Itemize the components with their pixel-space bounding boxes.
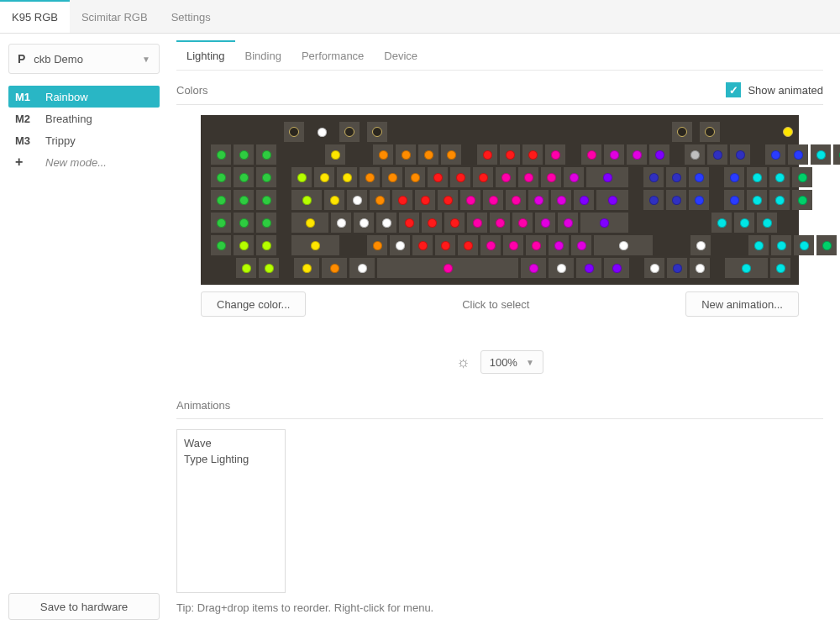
key-led[interactable]	[666, 167, 686, 187]
key-led[interactable]	[438, 190, 458, 210]
key-led[interactable]	[234, 213, 254, 233]
key-led[interactable]	[294, 258, 319, 278]
device-tab-settings[interactable]: Settings	[160, 0, 223, 33]
key-led[interactable]	[256, 235, 276, 255]
key-led[interactable]	[794, 235, 814, 255]
key-led[interactable]	[234, 190, 254, 210]
key-led[interactable]	[711, 213, 732, 233]
key-led[interactable]	[748, 235, 769, 255]
key-led[interactable]	[496, 167, 516, 187]
key-led[interactable]	[367, 122, 387, 142]
tab-binding[interactable]: Binding	[235, 40, 291, 70]
key-led[interactable]	[354, 213, 374, 233]
key-led[interactable]	[291, 167, 312, 187]
key-led[interactable]	[480, 235, 501, 255]
key-led[interactable]	[325, 144, 345, 165]
key-led[interactable]	[734, 213, 754, 233]
key-led[interactable]	[811, 144, 831, 165]
key-led[interactable]	[769, 190, 790, 210]
key-led[interactable]	[769, 167, 790, 187]
key-led[interactable]	[256, 190, 276, 210]
key-led[interactable]	[458, 235, 478, 255]
key-led[interactable]	[770, 258, 790, 278]
key-led[interactable]	[467, 213, 487, 233]
key-led[interactable]	[672, 122, 692, 142]
key-led[interactable]	[422, 213, 442, 233]
key-led[interactable]	[331, 213, 351, 233]
key-led[interactable]	[390, 235, 410, 255]
key-led[interactable]	[444, 213, 465, 233]
key-led[interactable]	[730, 144, 750, 165]
key-led[interactable]	[405, 167, 425, 187]
key-led[interactable]	[392, 190, 412, 210]
key-led[interactable]	[234, 144, 254, 165]
key-led[interactable]	[490, 213, 510, 233]
device-tab-k95[interactable]: K95 RGB	[0, 0, 70, 33]
key-led[interactable]	[259, 258, 279, 278]
key-led[interactable]	[535, 213, 555, 233]
key-led[interactable]	[412, 235, 433, 255]
key-led[interactable]	[604, 258, 629, 278]
key-led[interactable]	[503, 235, 523, 255]
key-led[interactable]	[373, 144, 393, 165]
key-led[interactable]	[594, 235, 653, 255]
key-led[interactable]	[757, 213, 777, 233]
key-led[interactable]	[690, 258, 710, 278]
key-led[interactable]	[528, 190, 549, 210]
key-led[interactable]	[522, 144, 543, 165]
key-led[interactable]	[541, 167, 561, 187]
new-mode-button[interactable]: + New mode...	[8, 151, 160, 173]
key-led[interactable]	[284, 122, 304, 142]
key-led[interactable]	[483, 190, 503, 210]
key-led[interactable]	[360, 167, 380, 187]
key-led[interactable]	[644, 258, 664, 278]
key-led[interactable]	[685, 144, 705, 165]
key-led[interactable]	[627, 144, 647, 165]
key-led[interactable]	[337, 167, 357, 187]
key-led[interactable]	[349, 258, 375, 278]
key-led[interactable]	[370, 190, 390, 210]
key-led[interactable]	[725, 258, 768, 278]
key-led[interactable]	[506, 190, 526, 210]
key-led[interactable]	[792, 167, 812, 187]
key-led[interactable]	[382, 167, 402, 187]
animation-item[interactable]: Type Lighting	[184, 451, 278, 467]
key-led[interactable]	[441, 144, 461, 165]
key-led[interactable]	[689, 167, 709, 187]
key-led[interactable]	[576, 258, 601, 278]
key-led[interactable]	[211, 144, 231, 165]
key-led[interactable]	[574, 190, 594, 210]
key-led[interactable]	[518, 167, 538, 187]
tab-performance[interactable]: Performance	[291, 40, 374, 70]
key-led[interactable]	[545, 144, 565, 165]
key-led[interactable]	[816, 235, 837, 255]
key-led[interactable]	[526, 235, 546, 255]
key-led[interactable]	[689, 190, 709, 210]
key-led[interactable]	[666, 190, 686, 210]
key-led[interactable]	[234, 167, 254, 187]
key-led[interactable]	[596, 190, 628, 210]
key-led[interactable]	[377, 258, 518, 278]
key-led[interactable]	[236, 258, 256, 278]
key-led[interactable]	[211, 190, 231, 210]
mode-row[interactable]: M2 Breathing	[8, 108, 160, 129]
change-color-button[interactable]: Change color...	[201, 291, 306, 317]
key-led[interactable]	[396, 144, 416, 165]
key-led[interactable]	[549, 258, 574, 278]
key-led[interactable]	[399, 213, 419, 233]
key-led[interactable]	[367, 235, 387, 255]
animations-list[interactable]: Wave Type Lighting	[176, 429, 286, 593]
key-led[interactable]	[604, 144, 624, 165]
key-led[interactable]	[564, 167, 584, 187]
key-led[interactable]	[314, 167, 334, 187]
key-led[interactable]	[649, 144, 669, 165]
profile-select[interactable]: P ckb Demo ▼	[8, 44, 160, 74]
key-led[interactable]	[291, 190, 322, 210]
key-led[interactable]	[765, 144, 785, 165]
key-led[interactable]	[581, 144, 601, 165]
key-led[interactable]	[477, 144, 497, 165]
key-led[interactable]	[418, 144, 438, 165]
key-led[interactable]	[211, 213, 231, 233]
key-led[interactable]	[778, 122, 798, 142]
key-led[interactable]	[450, 167, 470, 187]
